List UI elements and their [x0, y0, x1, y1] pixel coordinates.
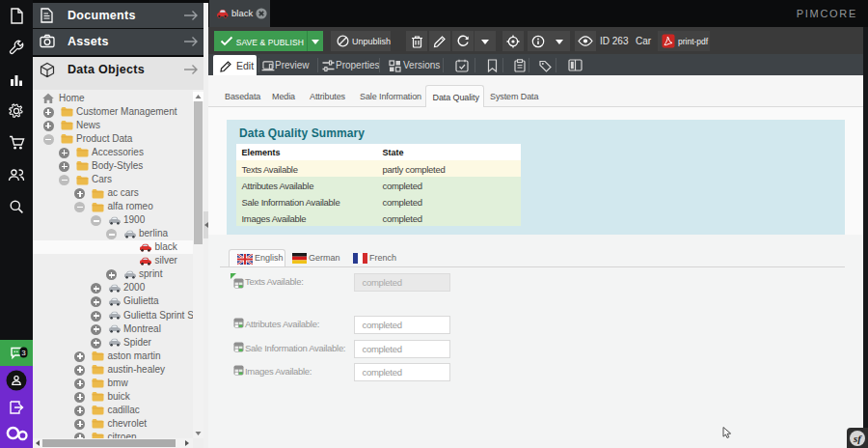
svg-text:3: 3 — [21, 349, 26, 357]
